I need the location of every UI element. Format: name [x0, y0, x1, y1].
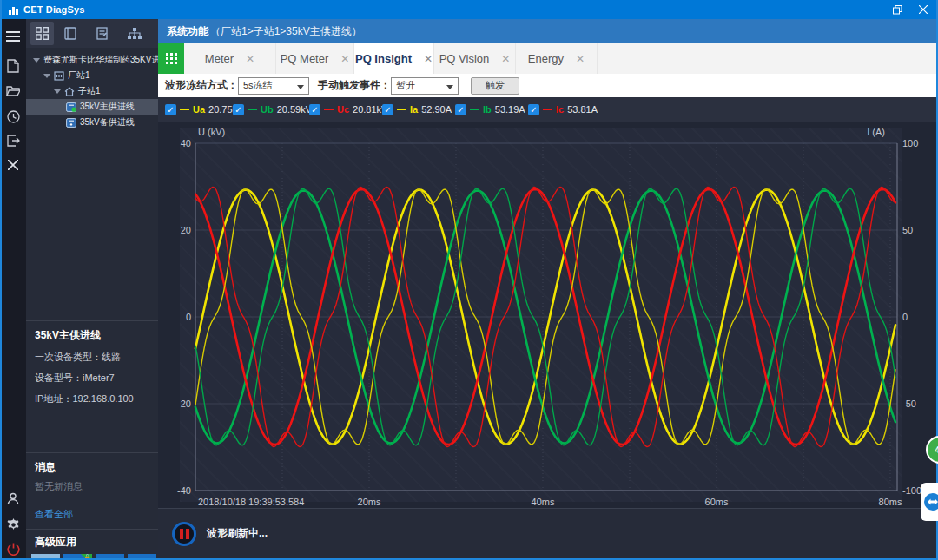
- trigger-event-value: 暂升: [396, 79, 415, 92]
- tab-label: PQ Meter: [281, 52, 329, 65]
- freeze-mode-select[interactable]: 5s冻结: [238, 77, 309, 95]
- settings-gear-icon[interactable]: [0, 514, 26, 535]
- device-model: 设备型号：iMeter7: [35, 372, 158, 385]
- advanced-apps-title: 高级应用: [35, 535, 158, 550]
- meter-online-icon: [66, 102, 76, 112]
- tab-label: PQ Insight: [355, 52, 412, 65]
- tab-close-icon[interactable]: ✕: [576, 53, 585, 65]
- tree-station[interactable]: 厂站1: [26, 68, 158, 83]
- tab-close-icon[interactable]: ✕: [501, 53, 510, 65]
- app-tile-1[interactable]: 1: [31, 554, 60, 560]
- checkbox[interactable]: ✓: [528, 104, 539, 115]
- window-title: CET DiagSys: [23, 4, 85, 15]
- home-icon: [64, 87, 75, 96]
- app-tile-toolbox[interactable]: [96, 554, 124, 560]
- legend-ua: ✓Ua20.75kV: [165, 97, 243, 122]
- logout-icon[interactable]: [0, 130, 26, 151]
- close-button[interactable]: [910, 0, 936, 19]
- svg-text:-20: -20: [177, 399, 191, 409]
- notebook-icon[interactable]: [58, 22, 82, 45]
- messages-panel: 消息 暂无新消息: [26, 452, 158, 493]
- view-all-link[interactable]: 查看全部: [35, 508, 73, 521]
- series-dash: [248, 109, 257, 110]
- legend-ib: ✓Ib53.19A: [455, 97, 525, 122]
- trigger-button[interactable]: 触发: [471, 77, 519, 95]
- tree-feeder-backup[interactable]: 35kV备供进线: [26, 115, 158, 130]
- legend-bar: ✓Ua20.75kV ✓Ub20.59kV ✓Uc20.81kV ✓Ia52.9…: [158, 97, 938, 122]
- device-type: 一次设备类型：线路: [35, 351, 158, 364]
- trigger-event-select[interactable]: 暂升: [391, 77, 459, 95]
- new-file-icon[interactable]: [0, 56, 26, 76]
- tab-pq-meter[interactable]: PQ Meter✕: [276, 43, 354, 74]
- tree-feeder-main[interactable]: 35kV主供进线: [26, 99, 158, 115]
- series-dash: [180, 109, 189, 110]
- checkbox[interactable]: ✓: [233, 104, 244, 115]
- series-name: Ub: [261, 104, 274, 115]
- lock-icon: 🔒: [83, 554, 91, 560]
- legend-ub: ✓Ub20.59kV: [233, 97, 312, 122]
- waveform-svg: 40200-20-40100500-50-100U (kV)I (A)2018/…: [158, 122, 938, 508]
- series-value: 53.19A: [495, 104, 525, 115]
- svg-text:-40: -40: [177, 485, 191, 496]
- breadcrumb: 系统功能 （厂站1>子站1>35kV主供进线）: [158, 19, 938, 43]
- remote-support-button[interactable]: [921, 483, 938, 521]
- chevron-down-icon: [33, 58, 40, 63]
- title-bar: CET DiagSys: [0, 0, 938, 19]
- svg-text:I (A): I (A): [867, 127, 885, 137]
- dashboard-grid-icon[interactable]: [30, 22, 54, 45]
- tab-pq-vision[interactable]: PQ Vision✕: [434, 43, 516, 74]
- series-dash: [397, 109, 406, 110]
- svg-text:20: 20: [181, 225, 191, 235]
- tree-root[interactable]: 费森尤斯卡比华瑞制药35KV进线: [26, 52, 158, 68]
- legend-ic: ✓Ic53.81A: [528, 97, 598, 122]
- svg-text:-100: -100: [902, 485, 921, 496]
- power-icon[interactable]: [0, 538, 26, 559]
- svg-text:40ms: 40ms: [532, 497, 555, 507]
- topology-icon[interactable]: [122, 22, 146, 45]
- freeze-mode-label: 波形冻结方式：: [165, 78, 238, 93]
- tree-feeder-main-label: 35kV主供进线: [80, 101, 135, 113]
- series-value: 20.59kV: [277, 104, 312, 115]
- svg-text:100: 100: [902, 138, 918, 148]
- sidebar-toolbar: [26, 19, 158, 48]
- tab-close-icon[interactable]: ✕: [424, 53, 433, 65]
- series-name: Ua: [193, 104, 205, 115]
- restore-button[interactable]: [884, 0, 910, 19]
- trigger-event-label: 手动触发事件：: [318, 78, 391, 93]
- apps-grid-button[interactable]: [158, 43, 184, 74]
- svg-text:80ms: 80ms: [879, 497, 902, 507]
- pause-button[interactable]: [172, 522, 196, 546]
- user-icon[interactable]: [0, 488, 26, 509]
- tree-feeder-backup-label: 35kV备供进线: [80, 116, 135, 128]
- series-value: 53.81A: [567, 104, 598, 115]
- messages-empty: 暂无新消息: [35, 480, 158, 493]
- close-x-icon[interactable]: [0, 155, 26, 175]
- device-info-panel: 35kV主供进线 一次设备类型：线路 设备型号：iMeter7 IP地址：192…: [26, 320, 158, 413]
- app-tile-exit[interactable]: [128, 554, 156, 560]
- tree-station-label: 厂站1: [68, 69, 90, 82]
- checkbox[interactable]: ✓: [309, 104, 320, 115]
- minimize-button[interactable]: [858, 0, 884, 19]
- checkbox[interactable]: ✓: [382, 104, 393, 115]
- tab-close-icon[interactable]: ✕: [340, 53, 349, 65]
- svg-text:2018/10/18 19:39:53.584: 2018/10/18 19:39:53.584: [198, 497, 304, 507]
- tab-label: PQ Vision: [439, 52, 490, 65]
- series-dash: [470, 109, 479, 110]
- tab-meter[interactable]: Meter✕: [184, 43, 276, 74]
- tab-pq-insight[interactable]: PQ Insight✕: [354, 43, 434, 74]
- history-clock-icon[interactable]: [0, 106, 26, 127]
- series-dash: [324, 109, 334, 110]
- tab-energy[interactable]: Energy✕: [516, 43, 598, 74]
- open-folder-icon[interactable]: [0, 80, 26, 101]
- series-name: Ia: [410, 104, 418, 115]
- tab-close-icon[interactable]: ✕: [246, 53, 254, 65]
- checkbox[interactable]: ✓: [165, 104, 176, 115]
- menu-icon[interactable]: [0, 26, 26, 47]
- svg-text:U (kV): U (kV): [198, 127, 225, 137]
- app-tile-2[interactable]: 🔒2: [63, 554, 92, 560]
- tree-substation[interactable]: 子站1: [26, 83, 158, 99]
- checkbox[interactable]: ✓: [455, 104, 466, 115]
- report-doc-icon[interactable]: [90, 22, 114, 45]
- sidebar: 费森尤斯卡比华瑞制药35KV进线 厂站1 子站1 35kV主供进线 35kV备供…: [26, 19, 158, 560]
- dropdown-arrow-icon: [446, 85, 453, 89]
